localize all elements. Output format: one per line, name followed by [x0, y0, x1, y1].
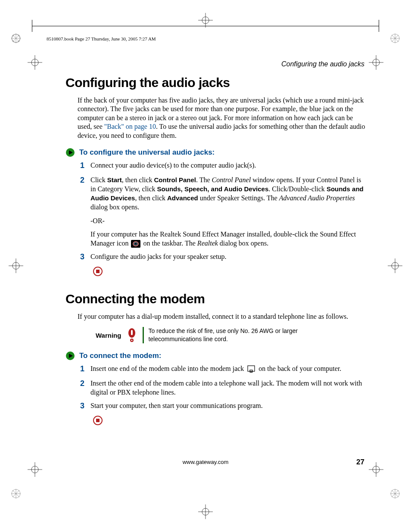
stop-icon [93, 416, 103, 425]
warning-icon [125, 328, 138, 342]
t: . The [196, 176, 212, 184]
procedure-heading: To configure the universal audio jacks: [65, 148, 367, 157]
svg-point-59 [131, 340, 133, 341]
step-number: 2 [78, 379, 84, 397]
warning-text: To reduce the risk of fire, use only No.… [148, 327, 303, 343]
registration-mark-icon [11, 489, 21, 498]
intro-paragraph: If the back of your computer has five au… [65, 96, 367, 140]
book-header: 8510807.book Page 27 Thursday, June 30, … [47, 36, 156, 41]
svg-rect-67 [96, 419, 100, 422]
page-number: 27 [356, 458, 364, 467]
step-number: 3 [78, 401, 84, 411]
step-3: 3 Configure the audio jacks for your spe… [78, 252, 367, 262]
steps-list: 1 Connect your audio device(s) to the co… [78, 161, 367, 262]
step-number: 3 [78, 252, 84, 262]
t: . Click/Double-click [268, 185, 327, 193]
window-name: Advanced Audio Properties [279, 194, 355, 202]
window-name: Control Panel [212, 176, 251, 184]
or-separator: -OR- [90, 216, 367, 225]
crosshair-mark-icon [198, 13, 213, 28]
step-text: Insert the other end of the modem cable … [90, 379, 367, 397]
registration-mark-icon [11, 34, 21, 43]
t: on the taskbar. The [141, 240, 197, 247]
play-icon [65, 351, 75, 361]
play-icon [65, 148, 75, 157]
step-3: 3 Start your computer, then start your c… [78, 401, 367, 411]
ui-label: Advanced [167, 194, 198, 202]
crop-rule [379, 20, 379, 32]
step-number: 1 [78, 161, 84, 171]
ui-label: Control Panel [154, 176, 196, 184]
procedure-title: To connect the modem: [79, 352, 161, 360]
step-2: 2 Click Start, then click Control Panel.… [78, 175, 367, 248]
heading-configuring-audio-jacks: Configuring the audio jacks [65, 75, 367, 90]
t: Insert one end of the modem cable into t… [90, 365, 246, 372]
realtek-tray-icon [131, 240, 140, 248]
svg-rect-55 [96, 270, 100, 273]
registration-mark-icon [390, 34, 400, 43]
end-of-procedure [93, 267, 367, 276]
t: dialog box opens. [218, 240, 268, 247]
t: dialog box opens. [90, 203, 139, 211]
t: , then click [135, 194, 167, 202]
step-text: Click Start, then click Control Panel. T… [90, 175, 367, 248]
step-text: Configure the audio jacks for your speak… [90, 252, 367, 262]
svg-rect-58 [131, 330, 133, 335]
steps-list: 1 Insert one end of the modem cable into… [78, 364, 367, 411]
heading-connecting-modem: Connecting the modem [65, 292, 367, 306]
step-number: 1 [78, 364, 84, 374]
step-text: Insert one end of the modem cable into t… [90, 364, 367, 374]
crosshair-mark-icon [369, 55, 383, 70]
procedure-heading: To connect the modem: [65, 351, 367, 361]
step-text: Connect your audio device(s) to the comp… [90, 161, 367, 171]
step-1: 1 Insert one end of the modem cable into… [78, 364, 367, 374]
content: Configuring the audio jacks If the back … [65, 75, 367, 425]
ui-label: Sounds, Speech, and Audio Devices [157, 185, 269, 193]
running-head: Configuring the audio jacks [281, 60, 364, 68]
t: on the back of your computer. [257, 365, 341, 372]
warning-divider [143, 327, 144, 343]
svg-rect-62 [248, 366, 255, 371]
t: under Speaker Settings. The [198, 194, 279, 202]
step-alt: If your computer has the Realtek Sound E… [90, 230, 367, 248]
warning-label: Warning [96, 332, 121, 339]
crosshair-mark-icon [28, 55, 42, 70]
step-text: Start your computer, then start your com… [90, 401, 367, 411]
intro-paragraph: If your computer has a dial-up modem ins… [65, 312, 367, 321]
step-number: 2 [78, 175, 84, 248]
procedure-title: To configure the universal audio jacks: [79, 148, 215, 157]
crosshair-mark-icon [9, 258, 23, 273]
step-1: 1 Connect your audio device(s) to the co… [78, 161, 367, 171]
modem-jack-icon [247, 365, 255, 373]
end-of-procedure [93, 416, 367, 425]
page: 8510807.book Page 27 Thursday, June 30, … [0, 0, 411, 532]
xref-back-page10[interactable]: "Back" on page 10 [104, 123, 156, 130]
step-2: 2 Insert the other end of the modem cabl… [78, 379, 367, 397]
crosshair-mark-icon [198, 504, 213, 519]
footer-url: www.gateway.com [0, 459, 411, 465]
warning-block: Warning To reduce the risk of fire, use … [96, 327, 367, 343]
crosshair-mark-icon [388, 258, 402, 273]
crop-rule [32, 20, 32, 32]
stop-icon [93, 267, 103, 276]
registration-mark-icon [390, 489, 400, 498]
window-name: Realtek [197, 240, 218, 247]
t: , then click [122, 176, 154, 184]
t: Click [90, 176, 107, 184]
ui-label: Start [107, 176, 122, 184]
